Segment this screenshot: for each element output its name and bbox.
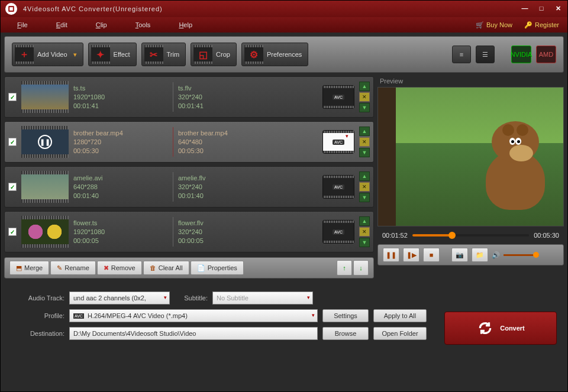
chevron-down-icon: ▾ <box>307 294 310 300</box>
pause-button[interactable]: ❚❚ <box>383 248 399 262</box>
format-button[interactable]: AVC▾ <box>322 130 354 154</box>
rows-icon: ☰ <box>482 51 488 59</box>
merge-icon: ⬒ <box>16 264 22 272</box>
move-up-button[interactable]: ▲ <box>359 171 370 181</box>
app-window: 4Videosoft AVC Converter(Unregistered) —… <box>0 0 568 392</box>
seek-bar[interactable] <box>412 234 529 237</box>
menu-help[interactable]: Help <box>164 19 206 31</box>
checkbox[interactable]: ✓ <box>8 228 17 236</box>
register-link[interactable]: 🔑Register <box>518 19 565 31</box>
remove-row-button[interactable]: ✕ <box>359 182 370 192</box>
thumbnail <box>21 81 69 113</box>
move-up-button[interactable]: ▲ <box>359 127 370 136</box>
nvidia-badge: NVIDIA <box>511 46 531 63</box>
preferences-button[interactable]: ⚙ Preferences <box>241 43 308 66</box>
settings-button[interactable]: Settings <box>322 309 369 322</box>
remove-row-button[interactable]: ✕ <box>359 227 370 237</box>
checkbox[interactable]: ✓ <box>8 93 17 101</box>
menu-tools[interactable]: Tools <box>121 19 165 31</box>
format-button[interactable]: AVC <box>322 85 354 109</box>
x-icon: ✖ <box>104 264 109 272</box>
menu-clip[interactable]: Clip <box>82 19 121 31</box>
format-button[interactable]: AVC <box>322 175 354 199</box>
properties-button[interactable]: 📄Properties <box>191 261 244 275</box>
subtitle-combo[interactable]: No Subtitle▾ <box>212 291 313 304</box>
effect-button[interactable]: ✦ Effect <box>88 43 137 66</box>
camera-icon: 📷 <box>456 251 464 259</box>
preview-timeline: 00:01:52 00:05:30 <box>377 226 564 244</box>
stop-button[interactable]: ■ <box>423 248 440 262</box>
move-up-list-button[interactable]: ↑ <box>337 260 352 276</box>
file-row[interactable]: ✓ amelie.avi640*28800:01:40 amelie.flv32… <box>4 166 374 208</box>
clear-all-button[interactable]: 🗑Clear All <box>143 261 189 275</box>
settings-panel: Audio Track: und aac 2 channels (0x2,▾ S… <box>4 284 564 352</box>
audio-track-label: Audio Track: <box>11 294 64 302</box>
add-video-button[interactable]: ＋ Add Video▾ <box>12 43 83 66</box>
pause-overlay-icon: ❚❚ <box>38 135 52 149</box>
amd-badge: AMD <box>536 46 556 63</box>
menu-edit[interactable]: Edit <box>42 19 82 31</box>
total-time: 00:05:30 <box>534 232 559 239</box>
trim-button[interactable]: ✂ Trim <box>141 43 186 66</box>
format-button[interactable]: AVC <box>322 220 354 244</box>
merge-button[interactable]: ⬒Merge <box>9 261 49 275</box>
profile-combo[interactable]: AVCH.264/MPEG-4 AVC Video (*.mp4)▾ <box>69 309 318 322</box>
doc-icon: 📄 <box>197 264 205 272</box>
move-down-button[interactable]: ▼ <box>359 148 370 157</box>
destination-input[interactable]: D:\My Documents\4Videosoft Studio\Video <box>69 327 318 340</box>
output-info: amelie.flv320*24000:01:40 <box>178 174 273 200</box>
open-folder-button[interactable]: Open Folder <box>373 327 427 340</box>
step-icon: ❚▶ <box>406 251 417 259</box>
move-down-button[interactable]: ▼ <box>359 193 370 202</box>
key-icon: 🔑 <box>524 21 532 29</box>
chevron-down-icon: ▾ <box>346 133 351 139</box>
list-view-button[interactable]: ≡ <box>452 46 471 63</box>
window-title: 4Videosoft AVC Converter(Unregistered) <box>23 5 520 12</box>
move-down-list-button[interactable]: ↓ <box>353 260 369 276</box>
menu-file[interactable]: File <box>3 19 42 31</box>
move-down-button[interactable]: ▼ <box>359 238 370 247</box>
file-row[interactable]: ✓ flower.ts1920*108000:00:05 flower.flv3… <box>4 211 374 252</box>
menubar: File Edit Clip Tools Help 🛒Buy Now 🔑Regi… <box>1 17 567 33</box>
remove-row-button[interactable]: ✕ <box>359 137 370 147</box>
checkbox[interactable]: ✓ <box>8 183 17 191</box>
rename-button[interactable]: ✎Rename <box>50 261 96 275</box>
preview-controls: ❚❚ ❚▶ ■ 📷 📁 🔊 <box>377 244 564 265</box>
thumbnail <box>21 216 69 248</box>
crop-icon: ◱ <box>199 49 208 60</box>
thumbnail <box>21 171 69 203</box>
pause-icon: ❚❚ <box>386 251 396 259</box>
remove-button[interactable]: ✖Remove <box>97 261 142 275</box>
close-button[interactable]: ✕ <box>553 4 563 14</box>
preview-label: Preview <box>377 76 564 87</box>
destination-label: Destination: <box>11 330 64 337</box>
snapshot-folder-button[interactable]: 📁 <box>472 248 488 262</box>
thumbnail: ❚❚ <box>21 126 69 158</box>
step-button[interactable]: ❚▶ <box>403 248 419 262</box>
maximize-button[interactable]: □ <box>537 4 546 14</box>
pencil-icon: ✎ <box>57 264 62 272</box>
file-row[interactable]: ✓ ❚❚ brother bear.mp41280*72000:05:30 br… <box>4 121 374 163</box>
browse-button[interactable]: Browse <box>322 327 369 340</box>
folder-icon: 📁 <box>476 251 484 259</box>
audio-track-combo[interactable]: und aac 2 channels (0x2,▾ <box>69 291 170 304</box>
app-logo-icon <box>5 3 17 15</box>
move-down-button[interactable]: ▼ <box>359 103 370 112</box>
dropdown-arrow-icon: ▾ <box>73 51 77 59</box>
remove-row-button[interactable]: ✕ <box>359 92 370 102</box>
buy-now-link[interactable]: 🛒Buy Now <box>470 19 518 31</box>
profile-label: Profile: <box>11 312 64 319</box>
convert-button[interactable]: Convert <box>444 312 557 345</box>
sparkle-icon: ✦ <box>96 49 104 60</box>
snapshot-button[interactable]: 📷 <box>451 248 468 262</box>
move-up-button[interactable]: ▲ <box>359 82 370 91</box>
volume-slider[interactable] <box>504 254 539 256</box>
apply-all-button[interactable]: Apply to All <box>373 309 427 322</box>
crop-button[interactable]: ◱ Crop <box>191 43 237 66</box>
checkbox[interactable]: ✓ <box>8 138 17 146</box>
file-row[interactable]: ✓ ts.ts1920*108000:01:41 ts.flv320*24000… <box>4 76 374 118</box>
output-info: brother bear.mp4640*48000:05:30 <box>178 129 273 155</box>
detail-view-button[interactable]: ☰ <box>476 46 495 63</box>
minimize-button[interactable]: — <box>520 4 530 14</box>
move-up-button[interactable]: ▲ <box>359 216 370 226</box>
